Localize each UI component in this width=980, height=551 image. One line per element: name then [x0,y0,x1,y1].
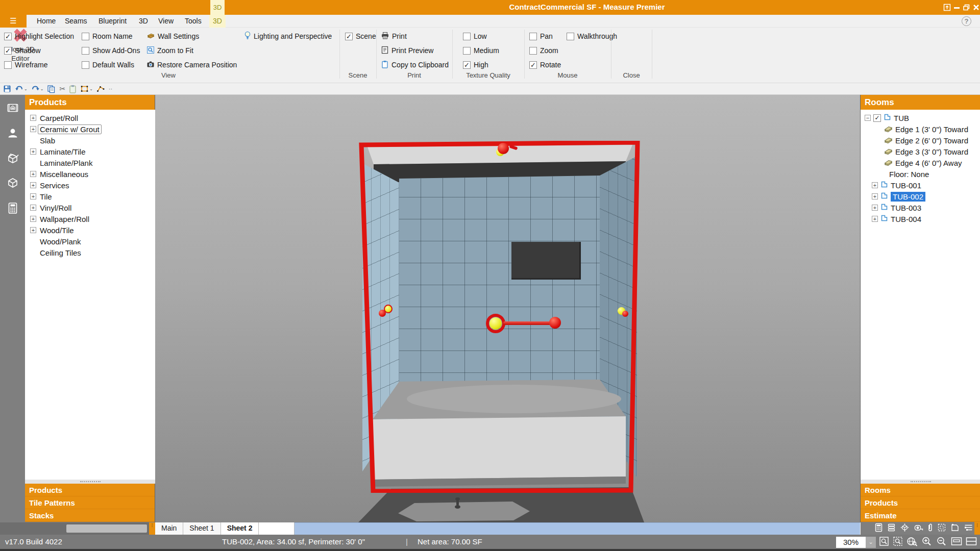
paste-icon[interactable] [69,85,77,93]
room-checkbox[interactable]: ✓ [873,114,881,122]
tree-item-laminate-plank[interactable]: Laminate/Plank [25,157,155,168]
collapse-icon[interactable]: − [865,115,871,121]
copy-icon[interactable] [47,85,56,93]
expand-icon[interactable]: + [872,182,878,188]
horizontal-scrollbar-track[interactable] [66,524,147,533]
print-button[interactable]: Print [381,31,407,42]
help-icon[interactable]: ? [962,16,971,26]
sheet-tab-sheet1[interactable]: Sheet 1 [183,522,220,535]
zoom-to-fit-button[interactable]: Zoom to Fit [146,45,193,56]
customer-icon[interactable] [7,127,19,141]
checkbox-rotate[interactable]: ✓Rotate [529,59,561,70]
tree-item-wood-tile[interactable]: +Wood/Tile [25,224,155,236]
print-preview-button[interactable]: Print Preview [381,45,433,56]
panel-resize-splitter[interactable]: ⁞ [974,522,980,535]
tree-item-slab[interactable]: Slab [25,135,155,146]
panel-tab-stacks[interactable]: Stacks [25,509,155,522]
3d-viewport[interactable] [155,95,860,522]
expand-icon[interactable]: + [30,193,36,199]
tape-measure-icon[interactable] [914,523,923,534]
rectangle-tool-icon[interactable]: ⌄ [80,85,93,93]
tree-item-laminate-tile[interactable]: +Laminate/Tile [25,146,155,157]
tree-item-wood-plank[interactable]: Wood/Plank [25,236,155,247]
checkbox-wireframe[interactable]: Wireframe [4,59,48,70]
cut-icon[interactable]: ✂ [59,85,65,93]
layout-split-icon[interactable] [966,537,977,547]
tree-item-tub-002[interactable]: + TUB-002 [861,191,980,202]
zoom-out-icon[interactable] [936,536,947,548]
tree-item-miscellaneous[interactable]: +Miscellaneous [25,168,155,180]
expand-icon[interactable]: + [872,216,878,222]
sheet-tab-stub[interactable] [259,522,295,535]
tree-item-edge-3[interactable]: Edge 3 (3' 0") Toward [861,146,980,157]
menu-tab-3d[interactable]: 3D [134,15,153,28]
cube-icon[interactable] [7,177,19,191]
tree-item-carpet-roll[interactable]: +Carpet/Roll [25,112,155,123]
tree-item-tub-004[interactable]: + TUB-004 [861,213,980,224]
panel-tab-products-right[interactable]: Products [861,496,980,509]
menu-tab-view[interactable]: View [153,15,179,28]
rectangle-tool-dropdown[interactable]: ⌄ [89,87,93,91]
copy-to-clipboard-button[interactable]: Copy to Clipboard [381,59,449,70]
panel-resize-splitter[interactable]: ⁞ [149,522,155,535]
menu-tab-seams[interactable]: Seams [60,15,92,28]
checkbox-show-add-ons[interactable]: Show Add-Ons [82,45,140,56]
handle-center-red[interactable] [549,317,561,329]
expand-icon[interactable]: + [872,193,878,199]
panel-splitter[interactable] [25,480,155,484]
expand-icon[interactable]: + [30,148,36,155]
panel-tab-products[interactable]: Products [25,484,155,496]
menu-tab-home[interactable]: Home [32,15,61,28]
close-icon[interactable] [972,4,980,11]
handle-right-red[interactable] [622,311,628,317]
expand-icon[interactable]: + [30,126,36,132]
tree-item-tub[interactable]: − ✓ TUB [861,112,980,123]
note-page-icon[interactable] [950,523,960,534]
estimate-calculator-icon[interactable] [874,523,883,534]
menu-tab-tools[interactable]: Tools [180,15,207,28]
panel-tab-estimate[interactable]: Estimate [861,509,980,522]
checkbox-zoom[interactable]: Zoom [529,45,558,56]
expand-icon[interactable]: + [30,182,36,188]
handle-left-yellow[interactable] [384,305,393,313]
tree-item-wallpaper-roll[interactable]: +Wallpaper/Roll [25,213,155,224]
tree-item-ceramic-w-grout[interactable]: +Ceramic w/ Grout [25,123,155,135]
tree-item-tub-003[interactable]: + TUB-003 [861,202,980,213]
checkbox-low[interactable]: Low [463,31,487,42]
minimize-icon[interactable] [952,4,961,11]
checkbox-pan[interactable]: Pan [529,31,553,42]
menu-tab-blueprint[interactable]: Blueprint [93,15,132,28]
undo-dropdown[interactable]: ⌄ [24,87,28,91]
panel-tab-tile-patterns[interactable]: Tile Patterns [25,496,155,509]
redo-icon[interactable]: ⌄ [31,85,44,93]
checkbox-scene[interactable]: ✓Scene [345,31,376,42]
zoom-level-input[interactable]: 30% [836,537,866,548]
tree-item-floor[interactable]: Floor: None [861,168,980,180]
checkbox-walkthrough[interactable]: Walkthrough [567,31,617,42]
sheet-tab-sheet2[interactable]: Sheet 2 [221,522,259,535]
handle-top-red[interactable] [498,143,509,154]
zoom-to-selection-icon[interactable] [893,536,903,548]
save-icon[interactable] [3,85,11,93]
paperclip-icon[interactable] [927,523,933,534]
zoom-dropdown-icon[interactable]: ⌄ [866,537,876,548]
redo-dropdown[interactable]: ⌄ [40,87,44,91]
checkbox-highlight-selection[interactable]: ✓Highlight Selection [4,31,74,42]
zoom-in-icon[interactable] [921,536,933,548]
lighting-perspective-button[interactable]: Lighting and Perspective [244,31,332,42]
expand-icon[interactable]: + [30,115,36,121]
handle-center-yellow[interactable] [489,317,502,330]
panel-splitter[interactable] [861,480,980,484]
tree-item-tub-001[interactable]: + TUB-001 [861,180,980,191]
expand-icon[interactable]: + [30,216,36,222]
tree-item-tile[interactable]: +Tile [25,191,155,202]
ribbon-pin-icon[interactable] [943,4,951,11]
expand-icon[interactable]: + [30,205,36,211]
polyline-tool-icon[interactable] [96,85,105,93]
checkbox-medium[interactable]: Medium [463,45,499,56]
toolbar-overflow[interactable]: ·· [109,86,112,92]
expand-icon[interactable]: + [30,171,36,177]
undo-icon[interactable]: ⌄ [15,85,28,93]
org-flow-icon[interactable] [964,523,973,534]
wall-niche[interactable] [511,242,581,280]
